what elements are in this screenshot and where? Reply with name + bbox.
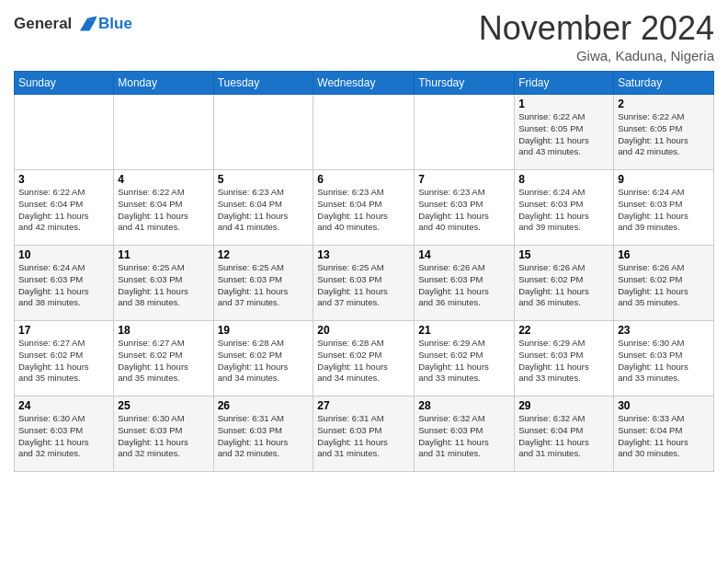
day-cell: 5Sunrise: 6:23 AM Sunset: 6:04 PM Daylig…: [213, 170, 313, 246]
day-cell: [213, 95, 313, 170]
day-info: Sunrise: 6:32 AM Sunset: 6:03 PM Dayligh…: [418, 413, 510, 460]
day-cell: 20Sunrise: 6:28 AM Sunset: 6:02 PM Dayli…: [313, 321, 415, 396]
weekday-sunday: Sunday: [15, 72, 114, 95]
day-number: 26: [218, 399, 310, 412]
day-number: 22: [518, 324, 609, 337]
day-cell: [15, 95, 114, 170]
day-number: 7: [418, 173, 510, 186]
weekday-header-row: SundayMondayTuesdayWednesdayThursdayFrid…: [15, 72, 714, 95]
day-cell: 10Sunrise: 6:24 AM Sunset: 6:03 PM Dayli…: [15, 246, 114, 321]
day-info: Sunrise: 6:23 AM Sunset: 6:04 PM Dayligh…: [218, 187, 310, 234]
day-info: Sunrise: 6:22 AM Sunset: 6:05 PM Dayligh…: [618, 111, 710, 158]
day-number: 3: [18, 173, 109, 186]
weekday-friday: Friday: [515, 72, 614, 95]
day-cell: 13Sunrise: 6:25 AM Sunset: 6:03 PM Dayli…: [313, 246, 415, 321]
day-cell: 2Sunrise: 6:22 AM Sunset: 6:05 PM Daylig…: [614, 95, 714, 170]
day-info: Sunrise: 6:30 AM Sunset: 6:03 PM Dayligh…: [618, 338, 710, 385]
day-cell: 21Sunrise: 6:29 AM Sunset: 6:02 PM Dayli…: [415, 321, 515, 396]
day-cell: 24Sunrise: 6:30 AM Sunset: 6:03 PM Dayli…: [15, 396, 114, 472]
calendar-body: 1Sunrise: 6:22 AM Sunset: 6:05 PM Daylig…: [15, 95, 714, 472]
week-row-3: 10Sunrise: 6:24 AM Sunset: 6:03 PM Dayli…: [15, 246, 714, 321]
day-cell: 25Sunrise: 6:30 AM Sunset: 6:03 PM Dayli…: [114, 396, 213, 472]
day-number: 16: [618, 248, 710, 261]
day-info: Sunrise: 6:28 AM Sunset: 6:02 PM Dayligh…: [317, 338, 410, 385]
day-cell: 26Sunrise: 6:31 AM Sunset: 6:03 PM Dayli…: [213, 396, 313, 472]
day-info: Sunrise: 6:22 AM Sunset: 6:04 PM Dayligh…: [18, 187, 109, 234]
day-info: Sunrise: 6:22 AM Sunset: 6:04 PM Dayligh…: [118, 187, 209, 234]
day-info: Sunrise: 6:25 AM Sunset: 6:03 PM Dayligh…: [118, 262, 209, 309]
location: Giwa, Kaduna, Nigeria: [479, 48, 714, 63]
day-number: 6: [317, 173, 410, 186]
week-row-1: 1Sunrise: 6:22 AM Sunset: 6:05 PM Daylig…: [15, 95, 714, 170]
day-cell: 8Sunrise: 6:24 AM Sunset: 6:03 PM Daylig…: [515, 170, 614, 246]
day-cell: 23Sunrise: 6:30 AM Sunset: 6:03 PM Dayli…: [614, 321, 714, 396]
day-number: 12: [218, 248, 310, 261]
day-info: Sunrise: 6:30 AM Sunset: 6:03 PM Dayligh…: [118, 413, 209, 460]
day-number: 13: [317, 248, 410, 261]
day-number: 23: [618, 324, 710, 337]
calendar-table: SundayMondayTuesdayWednesdayThursdayFrid…: [14, 71, 714, 472]
weekday-wednesday: Wednesday: [313, 72, 415, 95]
day-cell: 11Sunrise: 6:25 AM Sunset: 6:03 PM Dayli…: [114, 246, 213, 321]
day-cell: [313, 95, 415, 170]
day-number: 2: [618, 98, 710, 110]
day-info: Sunrise: 6:23 AM Sunset: 6:04 PM Dayligh…: [317, 187, 410, 234]
day-cell: 12Sunrise: 6:25 AM Sunset: 6:03 PM Dayli…: [213, 246, 313, 321]
day-number: 11: [118, 248, 209, 261]
week-row-2: 3Sunrise: 6:22 AM Sunset: 6:04 PM Daylig…: [15, 170, 714, 246]
page: General Blue November 2024 Giwa, Kaduna,…: [0, 0, 728, 563]
day-info: Sunrise: 6:27 AM Sunset: 6:02 PM Dayligh…: [118, 338, 209, 385]
day-number: 17: [18, 324, 109, 337]
day-info: Sunrise: 6:23 AM Sunset: 6:03 PM Dayligh…: [418, 187, 510, 234]
day-cell: 28Sunrise: 6:32 AM Sunset: 6:03 PM Dayli…: [415, 396, 515, 472]
day-info: Sunrise: 6:29 AM Sunset: 6:02 PM Dayligh…: [418, 338, 510, 385]
day-number: 19: [218, 324, 310, 337]
weekday-monday: Monday: [114, 72, 213, 95]
day-cell: [114, 95, 213, 170]
day-number: 20: [317, 324, 410, 337]
day-cell: 29Sunrise: 6:32 AM Sunset: 6:04 PM Dayli…: [515, 396, 614, 472]
week-row-4: 17Sunrise: 6:27 AM Sunset: 6:02 PM Dayli…: [15, 321, 714, 396]
day-cell: 27Sunrise: 6:31 AM Sunset: 6:03 PM Dayli…: [313, 396, 415, 472]
day-number: 25: [118, 399, 209, 412]
day-info: Sunrise: 6:31 AM Sunset: 6:03 PM Dayligh…: [218, 413, 310, 460]
day-number: 24: [18, 399, 109, 412]
logo-bird-icon: [76, 14, 98, 36]
day-info: Sunrise: 6:33 AM Sunset: 6:04 PM Dayligh…: [618, 413, 710, 460]
day-info: Sunrise: 6:25 AM Sunset: 6:03 PM Dayligh…: [218, 262, 310, 309]
day-info: Sunrise: 6:26 AM Sunset: 6:02 PM Dayligh…: [618, 262, 710, 309]
month-title: November 2024: [479, 9, 714, 48]
day-number: 8: [518, 173, 609, 186]
day-number: 28: [418, 399, 510, 412]
day-info: Sunrise: 6:30 AM Sunset: 6:03 PM Dayligh…: [18, 413, 109, 460]
day-number: 14: [418, 248, 510, 261]
day-info: Sunrise: 6:22 AM Sunset: 6:05 PM Dayligh…: [518, 111, 609, 158]
day-number: 30: [618, 399, 710, 412]
day-info: Sunrise: 6:27 AM Sunset: 6:02 PM Dayligh…: [18, 338, 109, 385]
day-cell: 3Sunrise: 6:22 AM Sunset: 6:04 PM Daylig…: [15, 170, 114, 246]
day-info: Sunrise: 6:24 AM Sunset: 6:03 PM Dayligh…: [618, 187, 710, 234]
day-number: 1: [518, 98, 609, 110]
day-cell: 7Sunrise: 6:23 AM Sunset: 6:03 PM Daylig…: [415, 170, 515, 246]
day-number: 5: [218, 173, 310, 186]
day-number: 27: [317, 399, 410, 412]
day-info: Sunrise: 6:24 AM Sunset: 6:03 PM Dayligh…: [18, 262, 109, 309]
day-info: Sunrise: 6:25 AM Sunset: 6:03 PM Dayligh…: [317, 262, 410, 309]
day-info: Sunrise: 6:32 AM Sunset: 6:04 PM Dayligh…: [518, 413, 609, 460]
logo-blue: Blue: [98, 16, 132, 33]
day-number: 4: [118, 173, 209, 186]
header: General Blue November 2024 Giwa, Kaduna,…: [14, 9, 714, 63]
day-cell: 18Sunrise: 6:27 AM Sunset: 6:02 PM Dayli…: [114, 321, 213, 396]
day-cell: 6Sunrise: 6:23 AM Sunset: 6:04 PM Daylig…: [313, 170, 415, 246]
day-cell: 16Sunrise: 6:26 AM Sunset: 6:02 PM Dayli…: [614, 246, 714, 321]
day-cell: 4Sunrise: 6:22 AM Sunset: 6:04 PM Daylig…: [114, 170, 213, 246]
logo-general: General: [14, 15, 72, 32]
day-cell: 9Sunrise: 6:24 AM Sunset: 6:03 PM Daylig…: [614, 170, 714, 246]
day-info: Sunrise: 6:28 AM Sunset: 6:02 PM Dayligh…: [218, 338, 310, 385]
weekday-thursday: Thursday: [415, 72, 515, 95]
day-cell: 1Sunrise: 6:22 AM Sunset: 6:05 PM Daylig…: [515, 95, 614, 170]
logo: General Blue: [14, 14, 132, 36]
calendar-header: SundayMondayTuesdayWednesdayThursdayFrid…: [15, 72, 714, 95]
day-info: Sunrise: 6:29 AM Sunset: 6:03 PM Dayligh…: [518, 338, 609, 385]
day-info: Sunrise: 6:26 AM Sunset: 6:03 PM Dayligh…: [418, 262, 510, 309]
